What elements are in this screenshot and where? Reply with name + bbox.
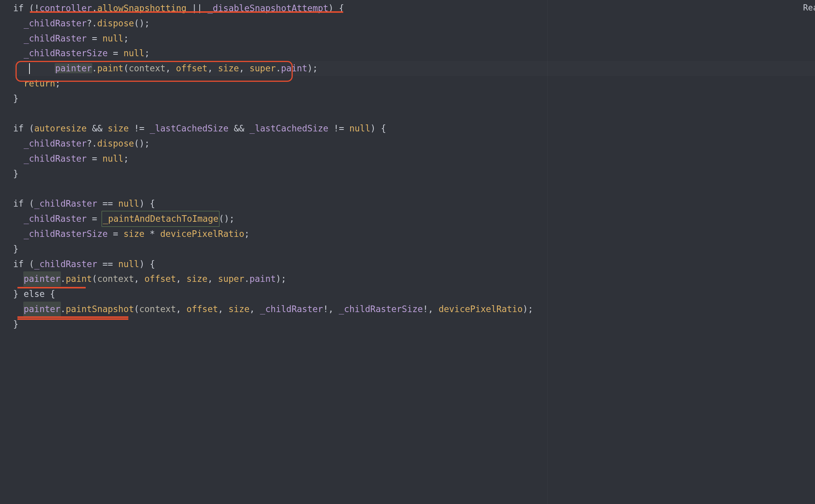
keyword-if: if [13, 257, 24, 272]
keyword-super: super [218, 271, 244, 287]
identifier-paint: paint [250, 271, 276, 287]
code-line[interactable]: if (autoresize && size != _lastCachedSiz… [13, 121, 815, 136]
identifier-size: size [218, 63, 239, 73]
identifier-childRaster: _childRaster [24, 136, 87, 151]
identifier-childRaster: _childRaster [24, 31, 87, 46]
identifier-devicePixelRatio: devicePixelRatio [439, 302, 523, 317]
identifier-paint: paint [281, 63, 307, 73]
code-line-active[interactable]: painter.paint(context, offset, size, sup… [13, 61, 815, 76]
identifier-context: context [97, 271, 134, 287]
code-line[interactable]: if (_childRaster == null) { [13, 257, 815, 272]
code-line[interactable]: painter.paint(context, offset, size, sup… [13, 271, 815, 287]
identifier-painter: painter [55, 63, 92, 73]
code-line[interactable]: } [13, 91, 815, 106]
code-line[interactable]: } [13, 242, 815, 257]
identifier-context: context [129, 63, 166, 73]
identifier-offset: offset [176, 63, 207, 73]
code-line[interactable]: _childRaster?.dispose(); [13, 136, 815, 151]
keyword-if: if [13, 1, 24, 16]
identifier-childRaster: _childRaster [24, 151, 87, 166]
identifier-childRaster: _childRaster [34, 196, 97, 211]
identifier-paintAndDetachToImage: _paintAndDetachToImage [102, 211, 219, 227]
identifier-context: context [139, 302, 176, 317]
identifier-size: size [108, 121, 129, 136]
code-line[interactable] [13, 181, 815, 197]
identifier-paintSnapshot: paintSnapshot [66, 302, 134, 317]
identifier-dispose: dispose [97, 136, 134, 151]
identifier-childRaster: _childRaster [24, 211, 87, 226]
identifier-paint: paint [66, 271, 92, 287]
identifier-painter: painter [23, 271, 61, 287]
keyword-null: null [118, 257, 139, 272]
identifier-lastCachedSize: _lastCachedSize [150, 121, 228, 136]
identifier-childRaster: _childRaster [24, 16, 87, 31]
identifier-allowSnapshotting: allowSnapshotting [97, 1, 186, 16]
identifier-dispose: dispose [97, 16, 134, 31]
identifier-offset: offset [145, 271, 176, 287]
identifier-childRasterSize: _childRasterSize [339, 302, 423, 317]
identifier-disableSnapshotAttempt: _disableSnapshotAttempt [207, 1, 328, 16]
keyword-null: null [102, 31, 123, 46]
keyword-if: if [13, 121, 24, 136]
keyword-else: else [24, 287, 45, 302]
keyword-if: if [13, 196, 24, 211]
identifier-offset: offset [186, 302, 218, 317]
identifier-childRasterSize: _childRasterSize [24, 226, 108, 242]
identifier-controller: controller [40, 1, 92, 16]
code-line[interactable]: painter.paintSnapshot(context, offset, s… [13, 302, 815, 317]
identifier-lastCachedSize: _lastCachedSize [250, 121, 328, 136]
code-line[interactable]: } else { [13, 287, 815, 302]
identifier-autoresize: autoresize [34, 121, 86, 136]
identifier-size: size [186, 271, 207, 287]
identifier-childRaster: _childRaster [34, 257, 97, 272]
identifier-painter: painter [23, 302, 61, 317]
code-line[interactable]: _childRaster = null; [13, 151, 815, 166]
text-cursor [29, 63, 30, 74]
identifier-size: size [123, 226, 144, 242]
keyword-null: null [102, 151, 123, 166]
keyword-null: null [118, 196, 139, 211]
code-line[interactable]: if (_childRaster == null) { [13, 196, 815, 211]
code-editor[interactable]: Rea if (!controller.allowSnapshotting ||… [0, 0, 815, 504]
code-line[interactable]: _childRaster?.dispose(); [13, 16, 815, 31]
identifier-devicePixelRatio: devicePixelRatio [160, 226, 244, 242]
keyword-super: super [250, 63, 276, 73]
identifier-paint: paint [97, 63, 124, 73]
code-line[interactable]: _childRaster = _paintAndDetachToImage(); [13, 211, 815, 226]
identifier-size: size [228, 302, 249, 317]
code-line[interactable]: _childRaster = null; [13, 31, 815, 46]
code-line[interactable]: _childRasterSize = size * devicePixelRat… [13, 226, 815, 242]
keyword-null: null [349, 121, 370, 136]
code-line[interactable]: } [13, 166, 815, 181]
code-line[interactable]: } [13, 317, 815, 332]
identifier-childRaster: _childRaster [260, 302, 323, 317]
code-line[interactable] [13, 106, 815, 121]
code-line[interactable]: if (!controller.allowSnapshotting || _di… [13, 1, 815, 16]
